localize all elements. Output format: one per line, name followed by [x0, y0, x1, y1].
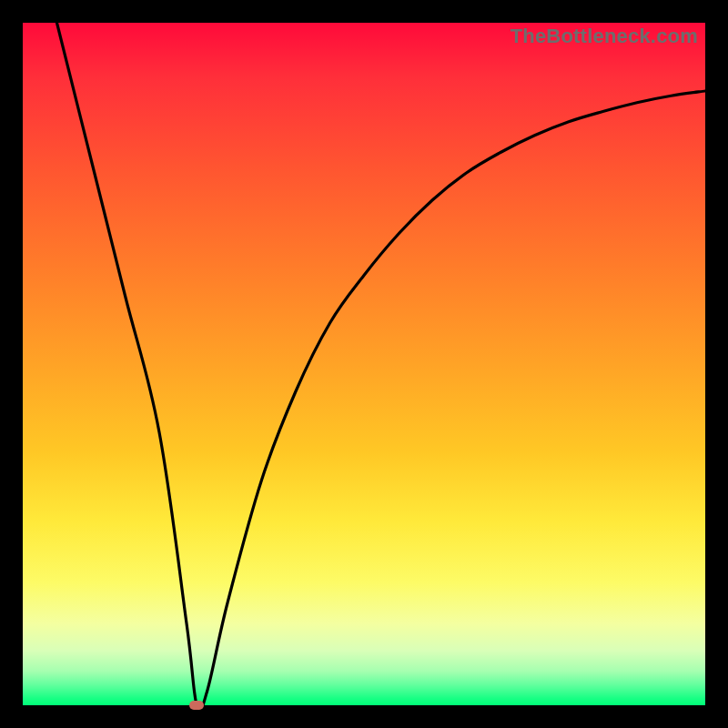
bottleneck-curve	[57, 23, 706, 705]
optimal-marker	[189, 701, 204, 710]
curve-layer	[23, 23, 705, 705]
plot-area: TheBottleneck.com	[23, 23, 705, 705]
watermark-text: TheBottleneck.com	[511, 25, 698, 48]
chart-stage: TheBottleneck.com	[0, 0, 728, 728]
